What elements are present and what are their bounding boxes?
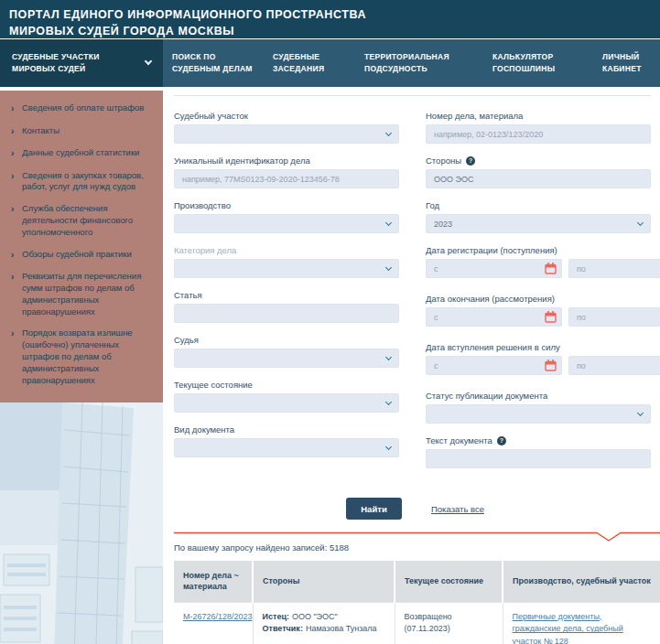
current-state-label: Текущее состояние [174, 380, 399, 391]
effective-date-from-input[interactable] [434, 361, 541, 370]
chevron-down-icon [385, 353, 392, 360]
document-type-select[interactable] [174, 438, 399, 457]
calendar-icon[interactable] [545, 311, 557, 323]
case-number-label: Номер дела, материала [426, 111, 651, 122]
end-date-to-input[interactable] [577, 313, 660, 322]
judge-select[interactable] [174, 349, 399, 368]
registration-date-range [426, 259, 651, 290]
results-divider [174, 530, 660, 541]
chevron-down-icon [385, 398, 392, 404]
left-column: › Сведения об оплате штрафов › Контакты … [0, 87, 163, 643]
current-state-select[interactable] [174, 393, 399, 413]
site-header: ПОРТАЛ ЕДИНОГО ИНФОРМАЦИОННОГО ПРОСТРАНС… [0, 0, 660, 39]
portal-title-line2: МИРОВЫХ СУДЕЙ ГОРОДА МОСКВЫ [9, 23, 660, 39]
chevron-right-icon: › [11, 147, 22, 160]
effective-date-range [426, 356, 651, 387]
case-number-link[interactable]: М-26726/128/2023 [183, 612, 253, 621]
document-text-input[interactable] [434, 455, 643, 464]
case-search-form: Судебный участок Уникальный идентификато… [174, 111, 660, 480]
court-district-label: Судебный участок [174, 111, 399, 122]
production-link[interactable]: Первичные документы, гражданские дела, с… [513, 612, 623, 644]
sidebar-item-procurement[interactable]: › Сведения о закупках товаров, работ, ус… [11, 170, 150, 194]
calendar-icon[interactable] [545, 263, 557, 274]
col-header-parties: Стороны [253, 561, 395, 602]
effective-date-to-input[interactable] [577, 361, 660, 370]
calendar-icon[interactable] [545, 360, 557, 371]
case-number-input[interactable] [434, 130, 643, 139]
nav-item-court-districts[interactable]: СУДЕБНЫЕ УЧАСТКИ МИРОВЫХ СУДЕЙ [0, 39, 163, 87]
publication-status-select[interactable] [426, 404, 651, 424]
form-column-left: Судебный участок Уникальный идентификато… [174, 111, 399, 480]
proceeding-label: Производство [174, 200, 399, 211]
chevron-right-icon: › [11, 125, 22, 138]
effective-date-from-wrap [426, 356, 562, 375]
year-label: Год [426, 200, 651, 211]
sidebar-item-practice-reviews[interactable]: › Обзоры судебной практики [11, 249, 150, 262]
table-header-row: Номер дела ~ материала Стороны Текущее с… [174, 561, 660, 602]
document-text-field-wrap [426, 449, 651, 468]
chevron-right-icon: › [11, 327, 22, 386]
end-date-label: Дата окончания (рассмотрения) [426, 294, 651, 305]
nav-item-personal-cabinet[interactable]: ЛИЧНЫЙКАБИНЕТ [602, 39, 642, 87]
main-nav: СУДЕБНЫЕ УЧАСТКИ МИРОВЫХ СУДЕЙ ПОИСК ПОС… [0, 39, 660, 87]
nav-item-hearings[interactable]: СУДЕБНЫЕЗАСЕДАНИЯ [273, 39, 364, 87]
proceeding-select[interactable] [174, 214, 399, 233]
chevron-down-icon [385, 219, 392, 225]
end-date-from-wrap [426, 307, 562, 327]
content-divider [174, 95, 651, 96]
court-district-select[interactable] [174, 124, 399, 144]
end-date-from-input[interactable] [434, 313, 541, 322]
year-select[interactable]: 2023 [426, 214, 651, 233]
judge-label: Судья [174, 335, 399, 346]
sidebar-item-fines-payment[interactable]: › Сведения об оплате штрафов [11, 102, 150, 115]
nav-item-fee-calculator[interactable]: КАЛЬКУЛЯТОРГОСПОШЛИНЫ [492, 39, 602, 87]
chevron-down-icon [385, 263, 392, 270]
case-category-select[interactable] [174, 259, 399, 278]
results-summary: По вашему запросу найдено записей: 5188 [174, 542, 660, 553]
unique-case-id-label: Уникальный идентификатор дела [174, 156, 399, 166]
registration-date-from-input[interactable] [434, 264, 541, 274]
find-button[interactable]: Найти [346, 498, 402, 520]
parties-cell: Истец:ООО "ЭОС" Ответчик:Намазова Тунзал… [253, 602, 395, 644]
chevron-right-icon: › [11, 170, 22, 194]
effective-date-label: Дата вступления решения в силу [426, 342, 651, 353]
registration-date-label: Дата регистрации (поступления) [426, 245, 651, 256]
sidebar-item-financial-ombudsman[interactable]: › Служба обеспечения деятельности финанс… [11, 203, 150, 238]
sidebar-item-fine-requisites[interactable]: › Реквизиты для перечисления сумм штрафо… [11, 271, 150, 317]
sidebar-item-statistics[interactable]: › Данные судебной статистики [11, 147, 150, 160]
sidebar-item-fine-refund[interactable]: › Порядок возврата излишне (ошибочно) уп… [11, 327, 150, 386]
help-icon[interactable]: ? [466, 156, 475, 166]
effective-date-to-wrap [568, 356, 660, 375]
results-table: Номер дела ~ материала Стороны Текущее с… [174, 561, 660, 644]
chevron-down-icon [637, 409, 644, 415]
nav-item-territorial-jurisdiction[interactable]: ТЕРРИТОРИАЛЬНАЯПОДСУДНОСТЬ [364, 39, 492, 87]
page-body: › Сведения об оплате штрафов › Контакты … [0, 87, 660, 643]
show-all-link[interactable]: Показать все [431, 504, 484, 514]
document-type-label: Вид документа [174, 424, 399, 435]
chevron-right-icon: › [11, 102, 22, 115]
chevron-right-icon: › [11, 271, 22, 317]
nav-item-label: СУДЕБНЫЕ УЧАСТКИ МИРОВЫХ СУДЕЙ [12, 51, 100, 75]
chevron-down-icon [385, 443, 392, 449]
unique-case-id-field-wrap [174, 169, 399, 188]
parties-input[interactable] [434, 175, 643, 184]
form-actions: Найти Показать все [174, 498, 660, 520]
status-cell: Возвращено (07.11.2023) [395, 602, 503, 644]
col-header-case-number[interactable]: Номер дела ~ материала [174, 561, 253, 602]
help-icon[interactable]: ? [497, 436, 506, 445]
end-date-to-wrap [568, 307, 660, 327]
sidebar-item-contacts[interactable]: › Контакты [11, 125, 150, 138]
col-header-production: Производство, судебный участок [503, 561, 660, 602]
chevron-down-icon [385, 129, 392, 135]
parties-field-wrap [426, 169, 651, 188]
background-photo [0, 402, 163, 644]
case-category-label: Категория дела [174, 245, 399, 256]
unique-case-id-input[interactable] [182, 175, 391, 184]
registration-date-to-input[interactable] [577, 264, 660, 274]
article-label: Статья [174, 290, 399, 301]
form-column-right: Номер дела, материала Стороны ? Год [426, 111, 651, 480]
article-input[interactable] [182, 309, 391, 318]
document-text-label: Текст документа ? [426, 435, 651, 446]
nav-item-case-search[interactable]: ПОИСК ПОСУДЕБНЫМ ДЕЛАМ [172, 39, 273, 87]
parties-label: Стороны ? [426, 156, 651, 166]
